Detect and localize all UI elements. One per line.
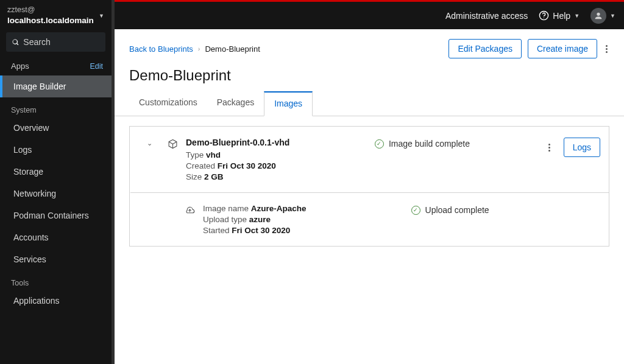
sidebar-item-overview[interactable]: Overview	[0, 117, 112, 139]
success-icon: ✓	[375, 139, 384, 149]
help-icon	[539, 10, 549, 21]
image-name: Demo-Blueprint-0.0.1-vhd	[186, 138, 375, 147]
breadcrumb-back[interactable]: Back to Blueprints	[129, 44, 193, 54]
administrative-access[interactable]: Administrative access	[445, 11, 528, 21]
image-size: 2 GB	[204, 172, 224, 181]
cube-icon	[159, 138, 186, 149]
host-switcher[interactable]: zztest@ localhost.localdomain ▼	[0, 0, 112, 32]
avatar	[590, 8, 606, 24]
breadcrumb-current: Demo-Blueprint	[205, 44, 260, 54]
search-input[interactable]	[23, 37, 99, 47]
image-status: Image build complete	[389, 139, 470, 149]
logs-button[interactable]: Logs	[564, 138, 600, 157]
sidebar-item-logs[interactable]: Logs	[0, 139, 112, 161]
edit-apps-link[interactable]: Edit	[90, 62, 103, 71]
help-menu[interactable]: Help ▼	[539, 10, 580, 21]
chevron-down-icon: ▼	[574, 13, 580, 19]
system-section-label: System	[0, 97, 112, 117]
image-type: vhd	[206, 150, 221, 159]
sidebar-item-applications[interactable]: Applications	[0, 290, 112, 312]
user-menu[interactable]: ▼	[590, 8, 615, 24]
sidebar-item-accounts[interactable]: Accounts	[0, 226, 112, 248]
more-actions-kebab[interactable]	[603, 45, 609, 53]
upload-row: Image name Azure-Apache Upload type azur…	[130, 192, 609, 246]
tabs: Customizations Packages Images	[115, 91, 624, 116]
apps-section-label: Apps	[11, 61, 29, 71]
upload-status: Upload complete	[425, 205, 489, 215]
edit-packages-button[interactable]: Edit Packages	[448, 39, 522, 58]
image-created: Fri Oct 30 2020	[218, 161, 276, 170]
create-image-button[interactable]: Create image	[528, 39, 597, 58]
sidebar-user: zztest@	[7, 5, 35, 14]
sidebar-item-storage[interactable]: Storage	[0, 161, 112, 183]
page-title: Demo-Blueprint	[115, 63, 624, 91]
cloud-upload-icon	[176, 204, 203, 215]
images-panel: ⌄ Demo-Blueprint-0.0.1-vhd Type vhd Crea…	[129, 126, 609, 247]
chevron-down-icon: ⌄	[147, 139, 152, 147]
sidebar-item-image-builder[interactable]: Image Builder	[0, 75, 112, 97]
tab-images[interactable]: Images	[264, 91, 313, 116]
sidebar-item-podman-containers[interactable]: Podman Containers	[0, 205, 112, 226]
success-icon: ✓	[411, 206, 420, 215]
expand-toggle[interactable]: ⌄	[140, 138, 159, 147]
chevron-right-icon: ›	[198, 45, 200, 52]
sidebar-search[interactable]	[6, 32, 105, 52]
image-row-kebab[interactable]	[547, 144, 553, 152]
tools-section-label: Tools	[0, 270, 112, 290]
sidebar-item-networking[interactable]: Networking	[0, 183, 112, 205]
sidebar-domain: localhost.localdomain	[7, 16, 94, 25]
upload-started: Fri Oct 30 2020	[232, 226, 290, 235]
upload-type: azure	[249, 215, 271, 224]
sidebar-item-services[interactable]: Services	[0, 248, 112, 270]
chevron-down-icon: ▼	[99, 13, 104, 19]
breadcrumb: Back to Blueprints › Demo-Blueprint	[129, 44, 260, 54]
svg-point-1	[544, 18, 544, 18]
image-row: ⌄ Demo-Blueprint-0.0.1-vhd Type vhd Crea…	[130, 127, 609, 192]
upload-image-name: Azure-Apache	[251, 204, 307, 213]
chevron-down-icon: ▼	[610, 13, 615, 19]
search-icon	[12, 38, 19, 46]
tab-customizations[interactable]: Customizations	[129, 91, 207, 116]
tab-packages[interactable]: Packages	[207, 91, 264, 116]
